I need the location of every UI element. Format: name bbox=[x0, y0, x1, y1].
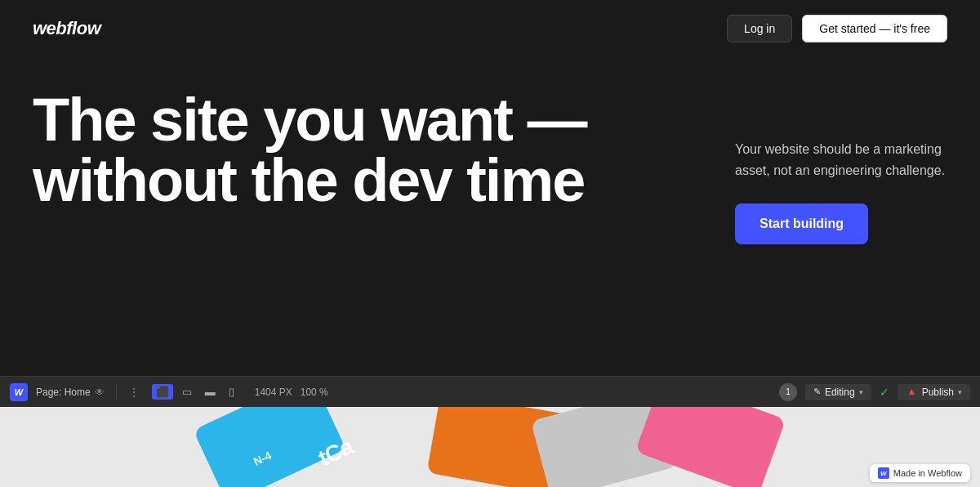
hero-left: The site you want — without the dev time bbox=[33, 90, 604, 211]
made-in-webflow-label: Made in Webflow bbox=[893, 468, 962, 478]
publish-chevron-icon: ▾ bbox=[958, 388, 962, 396]
editing-button[interactable]: ✎ Editing ▾ bbox=[805, 384, 871, 400]
editing-chevron-icon: ▾ bbox=[859, 388, 863, 396]
tablet-viewport-icon[interactable]: ▭ bbox=[178, 384, 196, 400]
tablet-landscape-viewport-icon[interactable]: ▬ bbox=[201, 384, 220, 400]
publish-button[interactable]: 🔺 Publish ▾ bbox=[898, 384, 970, 400]
made-webflow-logo: W bbox=[878, 467, 889, 479]
more-options-icon[interactable]: ⋮ bbox=[128, 386, 140, 399]
hero-subtext: Your website should be a marketing asset… bbox=[735, 139, 947, 181]
hero-section: The site you want — without the dev time… bbox=[0, 57, 980, 376]
editor-divider bbox=[116, 385, 117, 400]
made-in-webflow-badge[interactable]: W Made in Webflow bbox=[870, 464, 970, 482]
publish-label: Publish bbox=[922, 386, 954, 398]
editor-page-label: Page: Home 👁 bbox=[36, 386, 105, 398]
editor-w-logo: W bbox=[10, 383, 28, 401]
canvas-area: N-4 tCa W Made in Webflow bbox=[0, 407, 980, 487]
editing-label: Editing bbox=[825, 386, 855, 398]
viewport-icons: ⬛ ▭ ▬ ▯ bbox=[152, 384, 238, 400]
header: webflow Log in Get started — it's free bbox=[0, 0, 980, 57]
start-building-button[interactable]: Start building bbox=[735, 203, 868, 244]
get-started-button[interactable]: Get started — it's free bbox=[802, 15, 947, 42]
header-nav: Log in Get started — it's free bbox=[727, 15, 947, 42]
pencil-icon: ✎ bbox=[813, 386, 821, 397]
mobile-viewport-icon[interactable]: ▯ bbox=[225, 384, 238, 400]
person-icon: 🔺 bbox=[906, 386, 918, 398]
canvas-size-label: 1404 PX 100 % bbox=[255, 386, 328, 398]
user-badge[interactable]: 1 bbox=[779, 383, 797, 401]
card-pink bbox=[635, 407, 786, 487]
hero-headline: The site you want — without the dev time bbox=[33, 90, 604, 211]
check-icon: ✓ bbox=[880, 386, 889, 399]
logo: webflow bbox=[33, 18, 100, 39]
editor-bar: W Page: Home 👁 ⋮ ⬛ ▭ ▬ ▯ 1404 PX 100 % 1… bbox=[0, 376, 980, 407]
eye-icon[interactable]: 👁 bbox=[95, 386, 105, 398]
login-button[interactable]: Log in bbox=[727, 15, 792, 42]
hero-right: Your website should be a marketing asset… bbox=[719, 90, 947, 244]
page-name-label: Page: Home bbox=[36, 386, 91, 398]
cards-container: N-4 tCa bbox=[0, 407, 980, 487]
desktop-viewport-icon[interactable]: ⬛ bbox=[152, 384, 173, 400]
